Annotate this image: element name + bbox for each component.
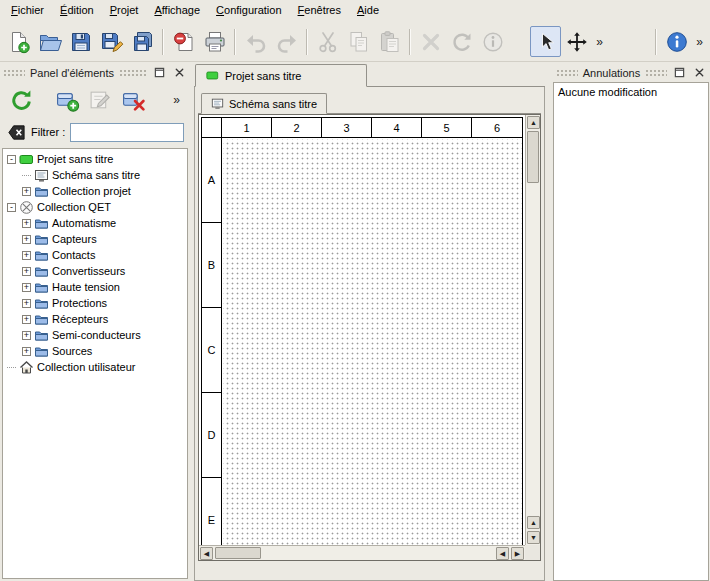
tree-item-automatisme[interactable]: +Automatisme	[3, 215, 187, 231]
menu-affichage[interactable]: Affichage	[146, 0, 208, 22]
menu-edition[interactable]: Édition	[52, 0, 102, 22]
expand-icon[interactable]: +	[22, 251, 31, 260]
expand-icon[interactable]: +	[22, 187, 31, 196]
folder-icon	[34, 248, 49, 263]
new-element-button[interactable]	[52, 85, 82, 115]
scroll-down-button[interactable]: ▼	[527, 531, 540, 544]
select-mode-button[interactable]	[530, 26, 561, 57]
tree-item-collection-qet[interactable]: -Collection QET	[3, 199, 187, 215]
collapse-icon[interactable]: -	[7, 203, 16, 212]
dock-grip[interactable]	[645, 69, 667, 77]
tree-item-collection-projet[interactable]: +Collection projet	[3, 183, 187, 199]
pan-mode-button[interactable]	[561, 26, 592, 57]
scroll-left-button[interactable]: ◀	[200, 547, 213, 560]
tree-item-contacts[interactable]: +Contacts	[3, 247, 187, 263]
delete-element-button[interactable]	[118, 85, 148, 115]
collapse-icon[interactable]: -	[7, 155, 16, 164]
cursor-icon	[534, 30, 558, 54]
save-button[interactable]	[65, 26, 96, 57]
tab-projet-sans-titre[interactable]: Projet sans titre	[195, 64, 367, 87]
expand-icon[interactable]: +	[22, 235, 31, 244]
expand-icon[interactable]: +	[22, 283, 31, 292]
undo-list[interactable]: Aucune modification	[553, 82, 709, 581]
scroll-up-button-bottom[interactable]: ▲	[527, 516, 540, 529]
expand-icon[interactable]: +	[22, 267, 31, 276]
save-all-button[interactable]	[127, 26, 158, 57]
save-all-icon	[131, 30, 155, 54]
dock-grip[interactable]	[556, 69, 578, 77]
menu-fichier[interactable]: Fichier	[3, 0, 52, 22]
float-undo-panel-button[interactable]	[672, 65, 687, 80]
tab-schema-sans-titre[interactable]: Schéma sans titre	[201, 93, 327, 114]
paste-button[interactable]	[374, 26, 405, 57]
elements-panel-titlebar[interactable]: Panel d'éléments	[0, 64, 190, 81]
menu-projet[interactable]: Projet	[102, 0, 147, 22]
expand-icon[interactable]: +	[22, 299, 31, 308]
filter-input[interactable]	[70, 123, 184, 142]
menu-aide[interactable]: Aide	[349, 0, 387, 22]
delete-button[interactable]	[415, 26, 446, 57]
tree-item-label: Récepteurs	[52, 313, 108, 325]
reload-collections-button[interactable]	[6, 85, 36, 115]
expand-icon[interactable]: +	[22, 331, 31, 340]
tree-item-label: Collection utilisateur	[37, 361, 135, 373]
open-project-button[interactable]	[34, 26, 65, 57]
redo-button[interactable]	[271, 26, 302, 57]
tree-item-recepteurs[interactable]: +Récepteurs	[3, 311, 187, 327]
menu-fenetres[interactable]: Fenêtres	[290, 0, 349, 22]
expand-icon[interactable]: +	[22, 347, 31, 356]
mode-toolbar-overflow[interactable]: »	[592, 27, 607, 57]
save-as-icon	[100, 30, 124, 54]
about-qet-button[interactable]	[661, 26, 692, 57]
cut-button[interactable]	[312, 26, 343, 57]
properties-button[interactable]	[477, 26, 508, 57]
rotate-button[interactable]	[446, 26, 477, 57]
horizontal-scroll-thumb[interactable]	[215, 547, 261, 559]
float-icon	[674, 67, 685, 78]
horizontal-scrollbar[interactable]: ◀ ◀ ▶	[199, 545, 525, 560]
tree-item-label: Projet sans titre	[37, 153, 113, 165]
undo-button[interactable]	[240, 26, 271, 57]
vertical-scrollbar[interactable]: ▲ ▲ ▼	[525, 115, 540, 545]
row-label-b: B	[202, 223, 222, 308]
grid-area[interactable]	[223, 139, 522, 545]
dock-grip[interactable]	[119, 69, 147, 77]
main-toolbar-overflow[interactable]: »	[692, 27, 707, 57]
save-as-button[interactable]	[96, 26, 127, 57]
expand-icon[interactable]: +	[22, 219, 31, 228]
scroll-left-button-right[interactable]: ◀	[496, 547, 509, 560]
tree-item-convertisseurs[interactable]: +Convertisseurs	[3, 263, 187, 279]
row-label-d: D	[202, 393, 222, 478]
edit-element-button[interactable]	[85, 85, 115, 115]
clear-filter-button[interactable]	[6, 122, 26, 142]
scroll-up-button[interactable]: ▲	[527, 116, 540, 129]
close-panel-button[interactable]	[172, 65, 187, 80]
tree-item-projet-sans-titre[interactable]: -Projet sans titre	[3, 151, 187, 167]
elements-toolbar-overflow[interactable]: »	[169, 85, 184, 115]
close-file-button[interactable]	[168, 26, 199, 57]
tree-item-protections[interactable]: +Protections	[3, 295, 187, 311]
scheme-canvas[interactable]: 123456 ABCDE	[199, 115, 525, 545]
scroll-right-button[interactable]: ▶	[511, 547, 524, 560]
tree-item-label: Convertisseurs	[52, 265, 125, 277]
tree-item-schema-sans-titre[interactable]: Schéma sans titre	[3, 167, 187, 183]
undo-panel-titlebar[interactable]: Annulations	[553, 64, 710, 81]
float-panel-button[interactable]	[152, 65, 167, 80]
qet-icon	[19, 200, 34, 215]
workspace: Projet sans titre Schéma sans titre 1234…	[190, 62, 549, 581]
tree-item-collection-utilisateur[interactable]: Collection utilisateur	[3, 359, 187, 375]
print-button[interactable]	[199, 26, 230, 57]
row-ruler: ABCDE	[202, 138, 222, 545]
expand-icon[interactable]: +	[22, 315, 31, 324]
tree-item-capteurs[interactable]: +Capteurs	[3, 231, 187, 247]
close-undo-panel-button[interactable]	[692, 65, 707, 80]
menu-configuration[interactable]: Configuration	[208, 0, 289, 22]
vertical-scroll-thumb[interactable]	[527, 131, 539, 183]
tree-item-haute-tension[interactable]: +Haute tension	[3, 279, 187, 295]
save-icon	[69, 30, 93, 54]
tree-item-sources[interactable]: +Sources	[3, 343, 187, 359]
dock-grip[interactable]	[3, 69, 25, 77]
new-project-button[interactable]	[3, 26, 34, 57]
tree-item-semi-conducteurs[interactable]: +Semi-conducteurs	[3, 327, 187, 343]
copy-button[interactable]	[343, 26, 374, 57]
